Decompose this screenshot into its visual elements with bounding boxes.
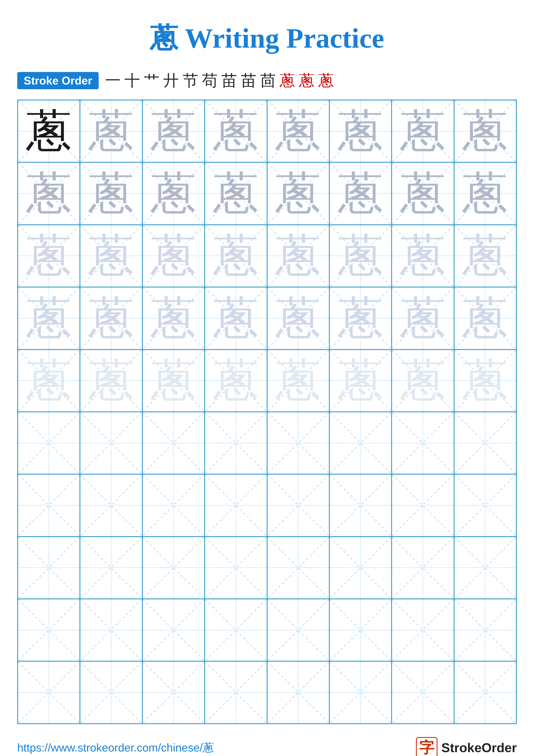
grid-cell-7-5[interactable] <box>329 537 392 599</box>
grid-cell-4-1[interactable]: 蔥 <box>80 350 142 412</box>
grid-cell-3-3[interactable]: 蔥 <box>205 287 267 349</box>
grid-cell-0-1[interactable]: 蔥 <box>80 100 142 162</box>
footer: https://www.strokeorder.com/chinese/蔥 字 … <box>17 724 517 756</box>
svg-line-97 <box>18 474 80 536</box>
grid-cell-1-2[interactable]: 蔥 <box>142 162 205 225</box>
grid-cell-6-4[interactable] <box>267 474 329 536</box>
grid-cell-2-4[interactable]: 蔥 <box>267 225 329 287</box>
grid-cell-8-2[interactable] <box>142 599 205 661</box>
grid-cell-4-7[interactable]: 蔥 <box>454 350 516 412</box>
grid-cell-5-2[interactable] <box>142 412 205 474</box>
grid-cell-8-7[interactable] <box>454 599 516 661</box>
grid-cell-5-3[interactable] <box>205 412 267 474</box>
grid-cell-6-5[interactable] <box>329 474 392 536</box>
grid-cell-2-3[interactable]: 蔥 <box>205 225 267 287</box>
svg-line-110 <box>454 474 516 536</box>
grid-cell-7-4[interactable] <box>267 537 329 599</box>
stroke-char-3: 廾 <box>163 70 179 91</box>
grid-cell-7-7[interactable] <box>454 537 516 599</box>
grid-cell-2-1[interactable]: 蔥 <box>80 225 142 287</box>
footer-url[interactable]: https://www.strokeorder.com/chinese/蔥 <box>17 740 214 755</box>
grid-cell-8-3[interactable] <box>205 599 267 661</box>
grid-cell-8-5[interactable] <box>329 599 392 661</box>
grid-cell-4-3[interactable]: 蔥 <box>205 350 267 412</box>
grid-cell-0-2[interactable]: 蔥 <box>142 100 205 162</box>
svg-line-130 <box>80 599 142 661</box>
grid-cell-0-7[interactable]: 蔥 <box>454 100 516 162</box>
practice-char: 蔥 <box>463 233 508 279</box>
grid-cell-3-2[interactable]: 蔥 <box>142 287 205 349</box>
grid-cell-1-5[interactable]: 蔥 <box>329 162 392 225</box>
grid-cell-2-2[interactable]: 蔥 <box>142 225 205 287</box>
grid-cell-6-1[interactable] <box>80 474 142 536</box>
grid-cell-3-0[interactable]: 蔥 <box>18 287 80 349</box>
svg-line-106 <box>330 474 391 536</box>
grid-cell-6-7[interactable] <box>454 474 516 536</box>
grid-cell-9-3[interactable] <box>205 661 267 723</box>
grid-cell-7-0[interactable] <box>18 537 80 599</box>
grid-cell-5-7[interactable] <box>454 412 516 474</box>
grid-cell-5-5[interactable] <box>329 412 392 474</box>
svg-line-93 <box>392 412 453 474</box>
grid-cell-7-3[interactable] <box>205 537 267 599</box>
grid-cell-7-1[interactable] <box>80 537 142 599</box>
practice-char: 蔥 <box>400 296 445 341</box>
grid-cell-3-6[interactable]: 蔥 <box>392 287 454 349</box>
grid-cell-1-7[interactable]: 蔥 <box>454 162 516 225</box>
practice-char: 蔥 <box>338 109 383 154</box>
practice-char: 蔥 <box>89 233 134 279</box>
grid-cell-4-2[interactable]: 蔥 <box>142 350 205 412</box>
grid-cell-8-1[interactable] <box>80 599 142 661</box>
grid-cell-9-4[interactable] <box>267 661 329 723</box>
grid-cell-4-5[interactable]: 蔥 <box>329 350 392 412</box>
grid-cell-1-1[interactable]: 蔥 <box>80 162 142 225</box>
grid-cell-2-0[interactable]: 蔥 <box>18 225 80 287</box>
grid-cell-9-2[interactable] <box>142 661 205 723</box>
grid-cell-4-6[interactable]: 蔥 <box>392 350 454 412</box>
grid-cell-5-6[interactable] <box>392 412 454 474</box>
grid-cell-6-0[interactable] <box>18 474 80 536</box>
grid-cell-5-1[interactable] <box>80 412 142 474</box>
svg-line-129 <box>18 599 80 661</box>
grid-cell-5-0[interactable] <box>18 412 80 474</box>
svg-line-111 <box>454 474 516 536</box>
grid-cell-0-0[interactable]: 蔥 <box>18 100 80 162</box>
grid-cell-3-7[interactable]: 蔥 <box>454 287 516 349</box>
grid-cell-9-6[interactable] <box>392 661 454 723</box>
svg-line-109 <box>392 474 453 536</box>
grid-cell-1-3[interactable]: 蔥 <box>205 162 267 225</box>
grid-cell-6-3[interactable] <box>205 474 267 536</box>
grid-cell-9-1[interactable] <box>80 661 142 723</box>
grid-cell-4-0[interactable]: 蔥 <box>18 350 80 412</box>
grid-cell-8-0[interactable] <box>18 599 80 661</box>
grid-cell-7-2[interactable] <box>142 537 205 599</box>
grid-cell-1-0[interactable]: 蔥 <box>18 162 80 225</box>
grid-cell-5-4[interactable] <box>267 412 329 474</box>
grid-cell-8-4[interactable] <box>267 599 329 661</box>
grid-cell-1-4[interactable]: 蔥 <box>267 162 329 225</box>
grid-cell-3-5[interactable]: 蔥 <box>329 287 392 349</box>
grid-cell-9-7[interactable] <box>454 661 516 723</box>
practice-char: 蔥 <box>463 296 508 341</box>
grid-cell-6-2[interactable] <box>142 474 205 536</box>
grid-cell-2-5[interactable]: 蔥 <box>329 225 392 287</box>
grid-cell-6-6[interactable] <box>392 474 454 536</box>
practice-char: 蔥 <box>26 233 71 279</box>
grid-cell-0-6[interactable]: 蔥 <box>392 100 454 162</box>
grid-cell-0-3[interactable]: 蔥 <box>205 100 267 162</box>
grid-cell-9-0[interactable] <box>18 661 80 723</box>
grid-cell-8-6[interactable] <box>392 599 454 661</box>
grid-cell-9-5[interactable] <box>329 661 392 723</box>
grid-cell-2-7[interactable]: 蔥 <box>454 225 516 287</box>
grid-cell-1-6[interactable]: 蔥 <box>392 162 454 225</box>
grid-cell-4-4[interactable]: 蔥 <box>267 350 329 412</box>
grid-cell-3-4[interactable]: 蔥 <box>267 287 329 349</box>
grid-cell-2-6[interactable]: 蔥 <box>392 225 454 287</box>
grid-cell-0-5[interactable]: 蔥 <box>329 100 392 162</box>
grid-row-8 <box>18 599 516 661</box>
grid-cell-7-6[interactable] <box>392 537 454 599</box>
svg-line-121 <box>267 537 329 599</box>
practice-char: 蔥 <box>213 358 259 403</box>
grid-cell-3-1[interactable]: 蔥 <box>80 287 142 349</box>
grid-cell-0-4[interactable]: 蔥 <box>267 100 329 162</box>
